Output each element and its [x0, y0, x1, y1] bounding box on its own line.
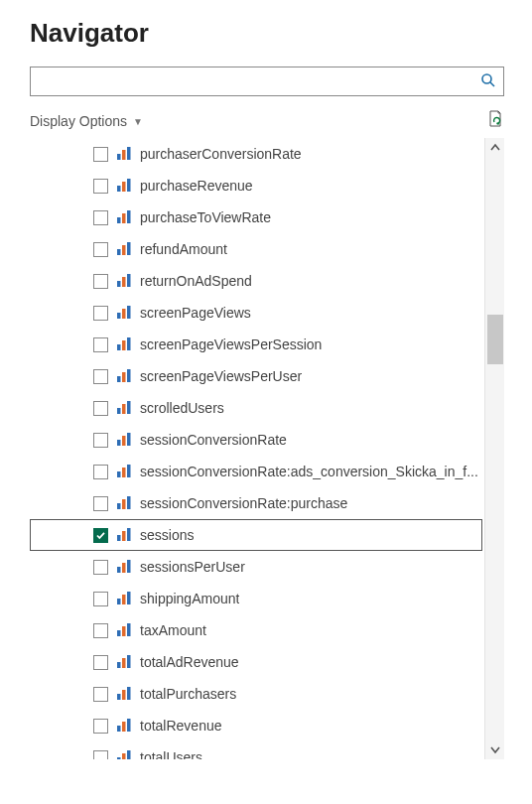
svg-rect-28: [127, 401, 131, 414]
svg-rect-60: [122, 753, 126, 759]
list-item-label: scrolledUsers: [140, 400, 224, 416]
list-item[interactable]: sessionConversionRate:ads_conversion_Ski…: [30, 456, 482, 487]
svg-rect-43: [127, 560, 131, 573]
search-input[interactable]: [30, 67, 504, 96]
scroll-up-arrow[interactable]: [485, 138, 505, 158]
display-options-label: Display Options: [30, 113, 127, 129]
svg-rect-33: [122, 468, 126, 477]
scroll-down-arrow[interactable]: [485, 739, 505, 759]
list-item[interactable]: purchaseToViewRate: [30, 201, 482, 233]
list-item[interactable]: refundAmount: [30, 233, 482, 265]
svg-rect-24: [122, 372, 126, 382]
checkbox[interactable]: [93, 242, 108, 257]
list-item[interactable]: totalPurchasers: [30, 678, 482, 710]
list-item[interactable]: totalAdRevenue: [30, 646, 482, 678]
refresh-icon[interactable]: [486, 110, 504, 132]
checkbox[interactable]: [93, 560, 108, 575]
list-item-label: refundAmount: [140, 241, 227, 257]
list-item-label: sessionsPerUser: [140, 559, 245, 575]
svg-rect-39: [122, 531, 126, 541]
chevron-down-icon: ▼: [133, 116, 143, 127]
list-item[interactable]: screenPageViews: [30, 297, 482, 329]
checkbox[interactable]: [93, 719, 108, 734]
checkbox[interactable]: [93, 623, 108, 638]
list-item-label: shippingAmount: [140, 591, 239, 606]
list-item[interactable]: scrolledUsers: [30, 392, 482, 424]
list-item[interactable]: sessions: [30, 519, 482, 551]
metric-icon: [116, 368, 132, 384]
metric-icon: [116, 432, 132, 448]
metric-icon: [116, 654, 132, 670]
metric-icon: [116, 495, 132, 511]
list-item[interactable]: purchaserConversionRate: [30, 138, 482, 170]
checkbox[interactable]: [93, 433, 108, 448]
list-item-label: purchaserConversionRate: [140, 146, 302, 162]
metric-icon: [116, 559, 132, 575]
list-item[interactable]: screenPageViewsPerUser: [30, 360, 482, 392]
svg-rect-47: [117, 630, 121, 636]
list-item[interactable]: screenPageViewsPerSession: [30, 329, 482, 360]
svg-rect-18: [122, 309, 126, 319]
list-item-label: returnOnAdSpend: [140, 273, 252, 289]
search-icon[interactable]: [480, 72, 496, 92]
checkbox[interactable]: [93, 465, 108, 479]
svg-rect-45: [122, 595, 126, 604]
checkbox[interactable]: [93, 750, 108, 760]
svg-rect-15: [122, 277, 126, 287]
list-item-label: screenPageViewsPerSession: [140, 336, 322, 352]
list-item[interactable]: sessionsPerUser: [30, 551, 482, 583]
list-item[interactable]: shippingAmount: [30, 583, 482, 614]
metric-icon: [116, 749, 132, 759]
list-item[interactable]: totalRevenue: [30, 710, 482, 741]
svg-rect-31: [127, 433, 131, 446]
metric-icon: [116, 400, 132, 416]
list-item[interactable]: purchaseRevenue: [30, 170, 482, 201]
svg-rect-55: [127, 687, 131, 700]
checkbox[interactable]: [93, 401, 108, 416]
metric-icon: [116, 336, 132, 352]
svg-rect-11: [117, 249, 121, 255]
list-item[interactable]: returnOnAdSpend: [30, 265, 482, 297]
checkbox[interactable]: [93, 687, 108, 702]
page-title: Navigator: [30, 18, 514, 49]
checkbox[interactable]: [93, 179, 108, 194]
metric-icon: [116, 622, 132, 638]
checkbox[interactable]: [93, 147, 108, 162]
checkbox[interactable]: [93, 306, 108, 321]
checkbox[interactable]: [93, 528, 108, 543]
checkbox[interactable]: [93, 592, 108, 606]
svg-point-0: [482, 74, 491, 83]
svg-rect-7: [127, 179, 131, 192]
svg-rect-44: [117, 599, 121, 604]
list-item[interactable]: sessionConversionRate:purchase: [30, 487, 482, 519]
checkbox[interactable]: [93, 655, 108, 670]
vertical-scrollbar[interactable]: [484, 138, 504, 759]
svg-rect-37: [127, 496, 131, 509]
svg-rect-48: [122, 626, 126, 636]
svg-rect-3: [122, 150, 126, 160]
list-item[interactable]: totalUsers: [30, 741, 482, 759]
svg-rect-9: [122, 213, 126, 223]
list-item[interactable]: taxAmount: [30, 614, 482, 646]
svg-rect-14: [117, 281, 121, 287]
scrollbar-thumb[interactable]: [487, 315, 503, 364]
svg-rect-40: [127, 528, 131, 541]
checkbox[interactable]: [93, 496, 108, 511]
checkbox[interactable]: [93, 274, 108, 289]
svg-rect-38: [117, 535, 121, 541]
checkbox[interactable]: [93, 210, 108, 225]
list-item-label: purchaseToViewRate: [140, 209, 271, 225]
svg-rect-61: [127, 750, 131, 759]
svg-rect-58: [127, 719, 131, 732]
list-item-label: purchaseRevenue: [140, 178, 253, 194]
list-item-label: sessionConversionRate: [140, 432, 287, 448]
metric-icon: [116, 146, 132, 162]
checkbox[interactable]: [93, 369, 108, 384]
display-options-dropdown[interactable]: Display Options ▼: [30, 113, 143, 129]
list-item[interactable]: sessionConversionRate: [30, 424, 482, 456]
svg-rect-50: [117, 662, 121, 668]
metric-icon: [116, 209, 132, 225]
checkbox[interactable]: [93, 337, 108, 352]
svg-rect-13: [127, 242, 131, 255]
svg-rect-10: [127, 210, 131, 223]
